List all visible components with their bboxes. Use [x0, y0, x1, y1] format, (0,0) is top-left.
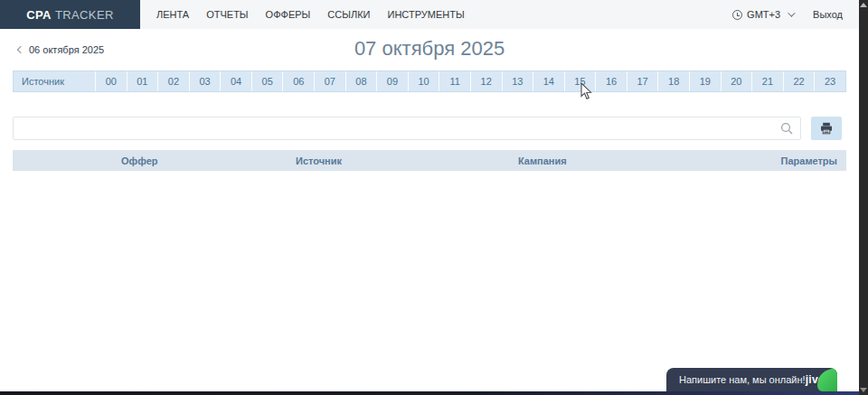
navbar: CPA TRACKER ЛЕНТАОТЧЕТЫОФФЕРЫССЫЛКИИНСТР… — [0, 0, 859, 29]
hour-cell: 09 — [376, 71, 408, 91]
hours-source-label: Источник — [14, 71, 95, 91]
table-header-row: ОфферИсточникКампанияПараметры — [13, 150, 846, 171]
table-header-cell: Источник — [296, 155, 518, 166]
menu-item-ссылки[interactable]: ССЫЛКИ — [327, 9, 370, 20]
menu-item-отчеты[interactable]: ОТЧЕТЫ — [206, 9, 248, 20]
hours-row: 0001020304050607080910111213141516171819… — [95, 71, 845, 91]
bottom-window-edge — [0, 391, 859, 395]
hour-cell: 13 — [502, 71, 533, 91]
brand-bold: CPA — [26, 8, 52, 22]
hour-cell: 16 — [595, 71, 627, 91]
menu-item-офферы[interactable]: ОФФЕРЫ — [266, 9, 311, 20]
main-menu: ЛЕНТАОТЧЕТЫОФФЕРЫССЫЛКИИНСТРУМЕНТЫ — [156, 0, 465, 29]
hour-cell: 03 — [189, 71, 221, 91]
leaf-icon — [817, 368, 837, 391]
app-window: CPA TRACKER ЛЕНТАОТЧЕТЫОФФЕРЫССЫЛКИИНСТР… — [0, 0, 859, 395]
scrollbar[interactable] — [859, 0, 868, 395]
main-content: 06 октября 2025 07 октября 2025 Источник… — [0, 29, 859, 361]
search-input[interactable] — [13, 117, 801, 140]
hour-cell: 07 — [314, 71, 345, 91]
chat-widget[interactable]: Напишите нам, мы онлайн! jivo — [666, 368, 837, 391]
table-header-cell: Кампания — [518, 155, 781, 166]
hour-cell: 18 — [657, 71, 689, 91]
menu-item-инструменты[interactable]: ИНСТРУМЕНТЫ — [387, 9, 464, 20]
clock-icon — [732, 10, 742, 20]
hour-cell: 11 — [439, 71, 470, 91]
hour-cell: 14 — [533, 71, 564, 91]
timezone-dropdown[interactable]: GMT+3 — [732, 9, 793, 20]
brand-logo[interactable]: CPA TRACKER — [0, 0, 140, 29]
hour-cell: 21 — [751, 71, 783, 91]
search-wrap — [13, 117, 801, 140]
hour-cell: 17 — [627, 71, 658, 91]
hour-cell: 05 — [251, 71, 283, 91]
title-row: 06 октября 2025 07 октября 2025 — [13, 29, 846, 71]
hour-cell: 08 — [345, 71, 377, 91]
hour-cell: 15 — [564, 71, 596, 91]
logout-button[interactable]: Выход — [813, 9, 843, 20]
search-row — [13, 117, 846, 140]
scrollbar-up-arrow-icon[interactable] — [860, 3, 867, 7]
chevron-down-icon — [788, 9, 795, 16]
hour-cell: 00 — [95, 71, 127, 91]
hour-cell: 19 — [689, 71, 721, 91]
brand-rest: TRACKER — [55, 8, 114, 22]
search-icon — [780, 122, 793, 135]
table-body — [13, 171, 846, 361]
hour-cell: 01 — [127, 71, 158, 91]
navbar-right: GMT+3 Выход — [732, 0, 859, 29]
hour-cell: 22 — [783, 71, 815, 91]
menu-item-лента[interactable]: ЛЕНТА — [156, 9, 189, 20]
hour-cell: 02 — [157, 71, 189, 91]
hour-cell: 12 — [470, 71, 502, 91]
hour-cell: 23 — [814, 71, 845, 91]
hour-cell: 20 — [721, 71, 752, 91]
hour-cell: 04 — [220, 71, 251, 91]
page-title: 07 октября 2025 — [13, 37, 846, 61]
hour-cell: 10 — [408, 71, 439, 91]
table-header-cell: Параметры — [781, 155, 837, 166]
print-button[interactable] — [811, 117, 842, 140]
printer-icon — [820, 122, 833, 135]
hours-bar: Источник 0001020304050607080910111213141… — [13, 71, 846, 92]
scrollbar-down-arrow-icon[interactable] — [860, 388, 867, 392]
hour-cell: 06 — [282, 71, 314, 91]
chat-message: Напишите нам, мы онлайн! — [666, 374, 806, 385]
timezone-label: GMT+3 — [747, 9, 780, 20]
table-header-cell: Оффер — [121, 155, 296, 166]
